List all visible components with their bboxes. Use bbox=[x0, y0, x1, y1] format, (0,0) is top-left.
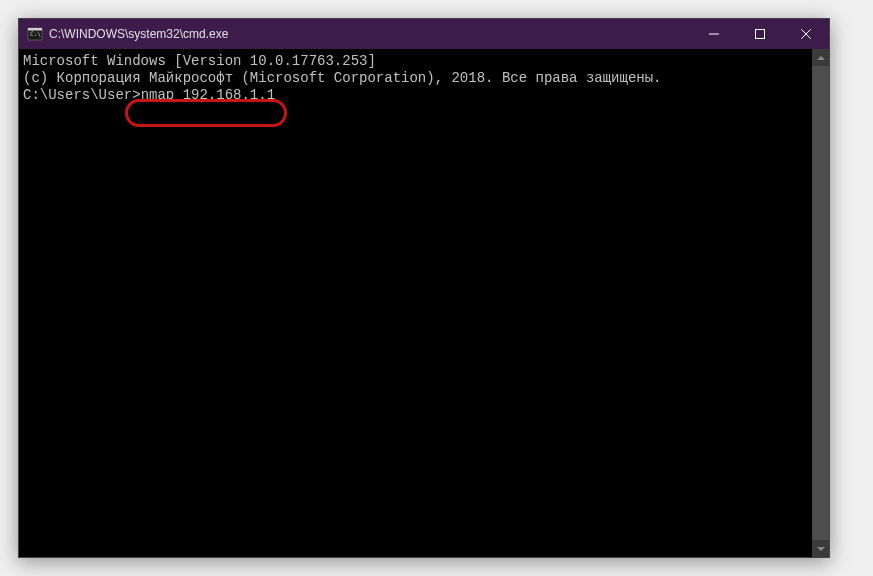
prompt-path: C:\Users\User> bbox=[23, 87, 141, 103]
svg-rect-4 bbox=[756, 30, 765, 39]
cmd-icon: C:\ bbox=[27, 26, 43, 42]
minimize-button[interactable] bbox=[691, 19, 737, 49]
terminal-line: Microsoft Windows [Version 10.0.17763.25… bbox=[23, 53, 808, 70]
svg-marker-8 bbox=[817, 547, 825, 551]
prompt-line: C:\Users\User>nmap 192.168.1.1 bbox=[23, 87, 275, 104]
close-button[interactable] bbox=[783, 19, 829, 49]
scroll-down-button[interactable] bbox=[812, 540, 829, 557]
window-controls bbox=[691, 19, 829, 49]
command-text: nmap 192.168.1.1 bbox=[141, 87, 275, 103]
svg-text:C:\: C:\ bbox=[30, 30, 41, 37]
scroll-thumb[interactable] bbox=[812, 66, 829, 540]
cmd-window: C:\ C:\WINDOWS\system32\cmd.exe Microsof… bbox=[18, 18, 830, 558]
terminal-body: Microsoft Windows [Version 10.0.17763.25… bbox=[19, 49, 829, 557]
titlebar-left: C:\ C:\WINDOWS\system32\cmd.exe bbox=[19, 26, 228, 42]
maximize-button[interactable] bbox=[737, 19, 783, 49]
terminal-content[interactable]: Microsoft Windows [Version 10.0.17763.25… bbox=[19, 49, 812, 557]
window-title: C:\WINDOWS\system32\cmd.exe bbox=[49, 27, 228, 41]
scroll-up-button[interactable] bbox=[812, 49, 829, 66]
titlebar[interactable]: C:\ C:\WINDOWS\system32\cmd.exe bbox=[19, 19, 829, 49]
terminal-line: (c) Корпорация Майкрософт (Microsoft Cor… bbox=[23, 70, 808, 87]
vertical-scrollbar[interactable] bbox=[812, 49, 829, 557]
svg-marker-7 bbox=[817, 56, 825, 60]
